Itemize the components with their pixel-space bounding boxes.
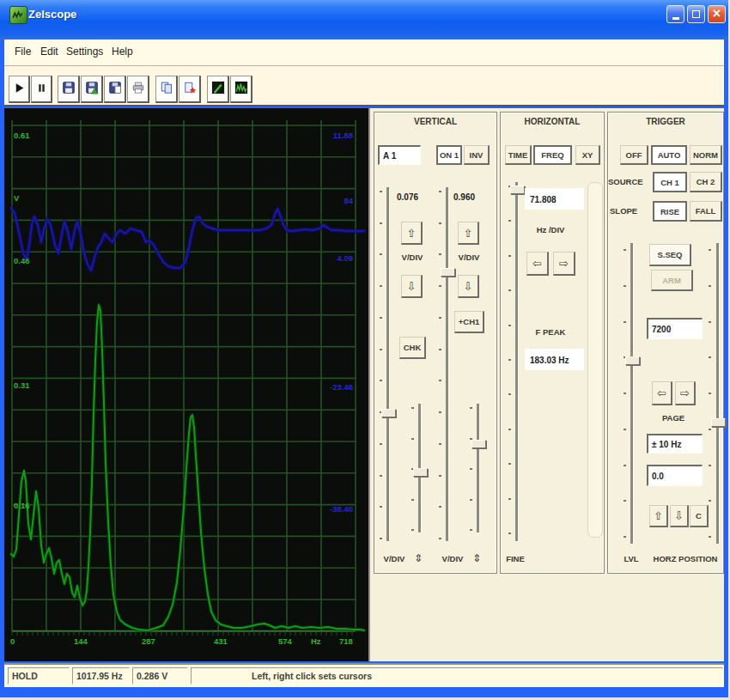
menu-settings[interactable]: Settings — [66, 46, 103, 58]
invert-button[interactable]: INV — [464, 145, 490, 165]
toolbar — [4, 66, 724, 105]
down-arrow-icon: ⇩ — [674, 509, 684, 522]
scope-label: 718 — [339, 636, 353, 646]
right-arrow-icon: ⇨ — [680, 387, 690, 399]
scope-label: 144 — [74, 636, 88, 646]
pos-down-button[interactable]: ⇩ — [670, 505, 689, 527]
menu-edit[interactable]: Edit — [40, 46, 58, 58]
fine-label: FINE — [500, 554, 531, 563]
trigger-freq-field[interactable]: 7200 — [647, 318, 703, 339]
copy-icon — [160, 81, 173, 97]
ch1-vdiv-bottom-label: V/DIV — [376, 554, 412, 563]
ch2-position-slider[interactable] — [446, 187, 448, 541]
ch1-chk-button[interactable]: CHK — [399, 337, 426, 359]
ch2-position-thumb[interactable] — [441, 268, 455, 277]
ch2-vdiv-label: V/DIV — [450, 253, 488, 262]
horz-pos-slider[interactable] — [716, 243, 719, 544]
down-arrow-icon: ⇩ — [407, 280, 417, 293]
source-ch1-button[interactable]: CH 1 — [653, 172, 687, 192]
ch2-fine-ticks — [470, 407, 472, 531]
page-label: PAGE — [651, 413, 696, 423]
menu-file[interactable]: File — [15, 46, 31, 58]
ch2-vdiv-down-button[interactable]: ⇩ — [458, 275, 479, 298]
up-arrow-icon: ⇧ — [464, 227, 473, 240]
ch2-fine-thumb[interactable] — [471, 440, 486, 448]
single-seq-button[interactable]: S.SEQ — [649, 244, 691, 266]
trigger-norm-button[interactable]: NORM — [690, 145, 722, 165]
ch2-vdiv-value: 0.960 — [453, 192, 475, 202]
scope-label: 11.88 — [333, 131, 353, 140]
toolbar-save-export-button[interactable] — [81, 76, 103, 103]
slope-fall-button[interactable]: FALL — [690, 201, 722, 222]
ch1-position-thumb[interactable] — [381, 409, 396, 417]
pos-up-button[interactable]: ⇧ — [649, 505, 668, 527]
freq-tab[interactable]: FREQ — [533, 145, 572, 165]
toolbar-save-button[interactable] — [58, 76, 80, 103]
toolbar-copy-button[interactable] — [155, 76, 178, 103]
hdiv-slider[interactable] — [515, 182, 518, 541]
print-icon — [131, 81, 145, 97]
scope-label: 0 — [10, 636, 15, 646]
toolbar-paste-special-button[interactable] — [179, 76, 201, 103]
page-left-button[interactable]: ⇦ — [652, 381, 672, 405]
horz-pos-thumb[interactable] — [711, 418, 726, 427]
menu-help[interactable]: Help — [112, 46, 133, 58]
fpeak-value-box: 183.03 Hz — [525, 349, 584, 370]
left-arrow-icon: ⇦ — [532, 257, 542, 270]
ch1-position-ticks — [380, 191, 382, 539]
ch1-fine-slider[interactable] — [418, 404, 421, 533]
xy-tab[interactable]: XY — [575, 145, 600, 165]
level-thumb[interactable] — [625, 356, 640, 365]
ch1-fine-thumb[interactable] — [413, 468, 428, 477]
toolbar-print-button[interactable] — [127, 76, 149, 103]
source-ch2-button[interactable]: CH 2 — [690, 172, 722, 192]
hdiv-left-button[interactable]: ⇦ — [526, 252, 549, 276]
app-window: Zelscope × FileEditSettingsHelp 0.61V0.4… — [0, 0, 728, 697]
scope-label: -38.40 — [330, 504, 353, 514]
scope-label: 431 — [214, 636, 228, 646]
close-button[interactable]: × — [708, 5, 726, 23]
status-bar: HOLD 1017.95 Hz 0.286 V Left, right clic… — [4, 663, 724, 687]
play-icon — [13, 82, 26, 97]
up-arrow-icon: ⇧ — [654, 509, 663, 522]
toolbar-play-button[interactable] — [9, 76, 30, 103]
time-tab[interactable]: TIME — [505, 145, 532, 165]
arm-button[interactable]: ARM — [651, 270, 693, 291]
trigger-off-button[interactable]: OFF — [620, 145, 648, 165]
ch1-vdiv-down-button[interactable]: ⇩ — [401, 275, 423, 298]
minimize-button[interactable] — [666, 5, 684, 23]
channel-field[interactable]: A 1 — [378, 145, 421, 165]
horz-position-label: HORZ POSITION — [648, 554, 723, 563]
status-frequency: 1017.95 Hz — [72, 667, 130, 685]
ch2-fine-slider[interactable] — [477, 404, 479, 533]
ch1-vdiv-up-button[interactable]: ⇧ — [401, 222, 423, 245]
ch1-on-button[interactable]: ON 1 — [436, 145, 462, 165]
position-field[interactable]: 0.0 — [647, 465, 703, 486]
ch2-add-ch1-button[interactable]: +CH1 — [454, 311, 484, 333]
pause-icon — [35, 82, 48, 97]
hdiv-right-button[interactable]: ⇨ — [553, 252, 575, 276]
toolbar-edit-pen-button[interactable] — [207, 76, 229, 103]
slope-rise-button[interactable]: RISE — [653, 201, 687, 222]
ch1-position-slider[interactable] — [386, 187, 389, 541]
trigger-auto-button[interactable]: AUTO — [651, 145, 687, 165]
scope-display[interactable]: 0.61V0.460.310.1611.88844.09-23.46-38.40… — [4, 108, 368, 661]
hdiv-value-box: 71.808 — [525, 188, 584, 210]
ch2-vdiv-bottom-label: V/DIV — [435, 554, 471, 563]
ch2-vdiv-up-button[interactable]: ⇧ — [458, 222, 479, 245]
maximize-button[interactable] — [687, 5, 705, 23]
title-bar: Zelscope × — [0, 0, 728, 40]
toolbar-pause-button[interactable] — [31, 76, 52, 103]
page-right-button[interactable]: ⇨ — [675, 381, 696, 405]
ch1-vdiv-label: V/DIV — [393, 253, 431, 262]
toolbar-save-copy-button[interactable] — [104, 76, 126, 103]
fine-slider-strip[interactable] — [587, 182, 603, 538]
level-slider[interactable] — [630, 243, 633, 544]
edit-pen-icon — [211, 81, 225, 97]
hdiv-thumb[interactable] — [510, 186, 525, 194]
pos-clear-button[interactable]: C — [690, 505, 709, 527]
page-range-field[interactable]: ± 10 Hz — [647, 434, 703, 453]
window-title: Zelscope — [28, 8, 76, 21]
toolbar-spectrum-button[interactable] — [230, 76, 252, 103]
updown-arrow-icon: ⇕ — [412, 552, 424, 564]
